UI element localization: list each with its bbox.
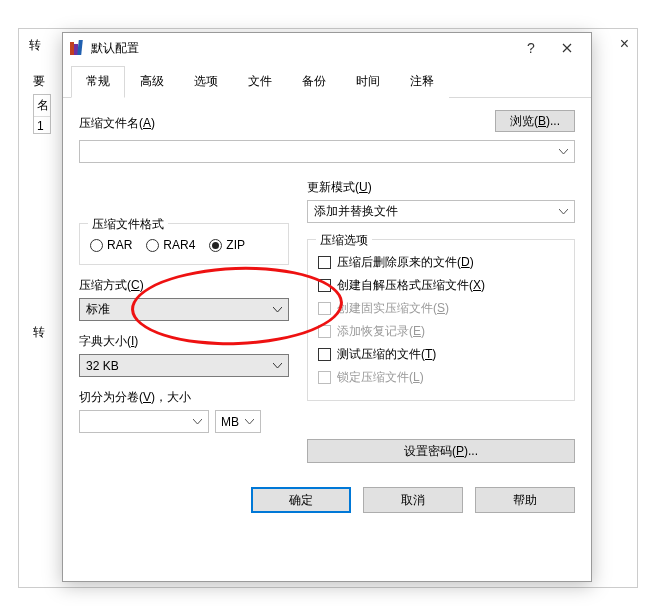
app-icon: [69, 40, 85, 56]
option-label: 创建自解压格式压缩文件(X): [337, 277, 485, 294]
bg-col-header: 名: [34, 95, 50, 117]
dialog-footer: 确定 取消 帮助: [63, 477, 591, 527]
close-button[interactable]: [549, 34, 585, 62]
tab-strip: 常规高级选项文件备份时间注释: [63, 65, 591, 98]
titlebar: 默认配置 ?: [63, 33, 591, 63]
chevron-down-icon: [559, 149, 568, 155]
method-select[interactable]: 标准: [79, 298, 289, 321]
format-group-title: 压缩文件格式: [88, 216, 168, 233]
bg-close-icon[interactable]: ×: [620, 35, 629, 53]
tab-0[interactable]: 常规: [71, 66, 125, 98]
set-password-button[interactable]: 设置密码(P)...: [307, 439, 575, 463]
archive-name-label: 压缩文件名(A): [79, 115, 485, 132]
chevron-down-icon: [559, 209, 568, 215]
tab-3[interactable]: 文件: [233, 66, 287, 98]
dialog-title: 默认配置: [91, 40, 139, 57]
update-mode-label: 更新模式(U): [307, 179, 575, 196]
option-check-4[interactable]: 测试压缩的文件(T): [318, 346, 564, 363]
format-radio-zip[interactable]: ZIP: [209, 238, 245, 252]
bg-cell: 1: [34, 117, 50, 135]
option-label: 添加恢复记录(E): [337, 323, 425, 340]
split-size-combo[interactable]: [79, 410, 209, 433]
radio-icon: [90, 239, 103, 252]
tab-6[interactable]: 注释: [395, 66, 449, 98]
radio-label: ZIP: [226, 238, 245, 252]
dict-label: 字典大小(I): [79, 333, 289, 350]
tab-2[interactable]: 选项: [179, 66, 233, 98]
chevron-down-icon: [273, 307, 282, 313]
radio-label: RAR: [107, 238, 132, 252]
format-radio-rar4[interactable]: RAR4: [146, 238, 195, 252]
option-check-2: 创建固实压缩文件(S): [318, 300, 564, 317]
chevron-down-icon: [193, 419, 202, 425]
dict-select[interactable]: 32 KB: [79, 354, 289, 377]
checkbox-icon: [318, 371, 331, 384]
update-mode-select[interactable]: 添加并替换文件: [307, 200, 575, 223]
archive-name-combo[interactable]: [79, 140, 575, 163]
split-unit-value: MB: [221, 415, 239, 429]
options-group: 压缩选项 压缩后删除原来的文件(D)创建自解压格式压缩文件(X)创建固实压缩文件…: [307, 239, 575, 401]
format-group: 压缩文件格式 RARRAR4ZIP: [79, 223, 289, 265]
method-label: 压缩方式(C): [79, 277, 289, 294]
tab-5[interactable]: 时间: [341, 66, 395, 98]
option-label: 锁定压缩文件(L): [337, 369, 424, 386]
update-mode-value: 添加并替换文件: [314, 203, 398, 220]
format-radio-rar[interactable]: RAR: [90, 238, 132, 252]
checkbox-icon: [318, 348, 331, 361]
split-label: 切分为分卷(V)，大小: [79, 389, 289, 406]
option-label: 创建固实压缩文件(S): [337, 300, 449, 317]
options-group-title: 压缩选项: [316, 232, 372, 249]
help-button[interactable]: ?: [513, 34, 549, 62]
radio-label: RAR4: [163, 238, 195, 252]
ok-button[interactable]: 确定: [251, 487, 351, 513]
tab-1[interactable]: 高级: [125, 66, 179, 98]
option-check-1[interactable]: 创建自解压格式压缩文件(X): [318, 277, 564, 294]
option-check-0[interactable]: 压缩后删除原来的文件(D): [318, 254, 564, 271]
default-profile-dialog: 默认配置 ? 常规高级选项文件备份时间注释 压缩文件名(A) 浏览(B)... …: [62, 32, 592, 582]
option-check-5: 锁定压缩文件(L): [318, 369, 564, 386]
radio-icon: [209, 239, 222, 252]
option-check-3: 添加恢复记录(E): [318, 323, 564, 340]
option-label: 测试压缩的文件(T): [337, 346, 436, 363]
option-label: 压缩后删除原来的文件(D): [337, 254, 474, 271]
chevron-down-icon: [273, 363, 282, 369]
radio-icon: [146, 239, 159, 252]
checkbox-icon: [318, 325, 331, 338]
chevron-down-icon: [245, 419, 254, 425]
checkbox-icon: [318, 279, 331, 292]
browse-button[interactable]: 浏览(B)...: [495, 110, 575, 132]
split-unit-combo[interactable]: MB: [215, 410, 261, 433]
method-value: 标准: [86, 301, 110, 318]
tab-4[interactable]: 备份: [287, 66, 341, 98]
cancel-button[interactable]: 取消: [363, 487, 463, 513]
checkbox-icon: [318, 302, 331, 315]
checkbox-icon: [318, 256, 331, 269]
help-button-footer[interactable]: 帮助: [475, 487, 575, 513]
dict-value: 32 KB: [86, 359, 119, 373]
